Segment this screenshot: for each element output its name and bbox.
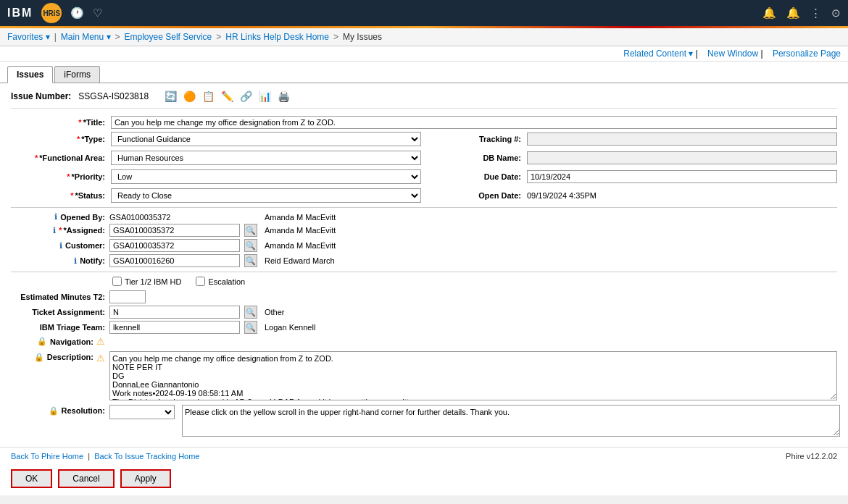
status-label: *Status:: [11, 191, 105, 200]
assigned-search-icon[interactable]: 🔍: [244, 224, 257, 237]
assigned-label: *Assigned:: [59, 226, 105, 235]
ticket-assignment-name: Other: [265, 308, 837, 316]
favorites-menu[interactable]: Favorites ▾: [7, 32, 50, 42]
footer-version: Phire v12.2.02: [786, 452, 837, 461]
header-icons: 🔄 🟠 📋 ✏️ 🔗 📊 🖨️: [163, 89, 291, 104]
open-date-value: 09/19/2024 4:35PM: [527, 191, 837, 200]
description-row: 🔒 Description: ⚠: [11, 351, 837, 400]
description-label: Description:: [47, 353, 93, 361]
breadcrumb-employee-self-service[interactable]: Employee Self Service: [125, 32, 212, 42]
main-menu[interactable]: Main Menu ▾: [61, 32, 111, 42]
power-icon[interactable]: ⊙: [831, 7, 841, 20]
tab-iforms[interactable]: iForms: [54, 66, 100, 83]
assigned-info-icon: ℹ: [53, 226, 56, 235]
more-menu-icon[interactable]: ⋮: [810, 7, 821, 20]
db-name-input: [527, 151, 837, 164]
type-select[interactable]: Functional Guidance: [111, 132, 421, 146]
estimated-input[interactable]: [109, 290, 146, 303]
assigned-input[interactable]: [109, 224, 240, 237]
print-icon[interactable]: 🖨️: [276, 89, 291, 104]
ibm-logo: IBM: [7, 7, 33, 20]
status-select[interactable]: Ready to Close: [111, 188, 421, 203]
alert-bell-icon[interactable]: 🔔: [786, 7, 800, 20]
related-content-link[interactable]: Related Content ▾: [623, 49, 693, 59]
assigned-name: Amanda M MacEvitt: [265, 226, 837, 235]
functional-area-label: *Functional Area:: [11, 154, 105, 162]
description-textarea[interactable]: [109, 351, 837, 400]
ibm-triage-input[interactable]: [109, 321, 240, 334]
notify-info-icon: ℹ: [74, 256, 77, 266]
navigation-warning-icon: ⚠: [96, 336, 105, 347]
resolution-lock-icon: 🔒: [49, 406, 59, 416]
tracking-input: [527, 133, 837, 146]
notify-input[interactable]: [109, 254, 240, 267]
notify-name: Reid Edward March: [265, 256, 837, 265]
issue-number-value: SSGSA-IS023818: [78, 91, 149, 101]
priority-select[interactable]: Low: [111, 169, 421, 184]
personalize-page-link[interactable]: Personalize Page: [773, 49, 841, 59]
customer-label: Customer:: [65, 241, 105, 250]
resolution-label: Resolution:: [62, 406, 106, 415]
main-content: Issues iForms Issue Number: SSGSA-IS0238…: [0, 62, 848, 495]
customer-info-icon: ℹ: [59, 241, 62, 251]
ticket-assignment-search-icon[interactable]: 🔍: [244, 306, 257, 319]
opened-by-name: Amanda M MacEvitt: [265, 213, 837, 222]
chart-icon[interactable]: 📊: [257, 89, 272, 104]
resolution-select[interactable]: [109, 405, 175, 419]
notify-search-icon[interactable]: 🔍: [244, 254, 257, 267]
customer-row: ℹ Customer: 🔍 Amanda M MacEvitt: [11, 239, 837, 252]
apply-button[interactable]: Apply: [120, 469, 171, 488]
breadcrumb-my-issues: My Issues: [343, 32, 382, 42]
escalation-checkbox[interactable]: [196, 277, 205, 286]
escalation-label: Escalation: [208, 277, 245, 286]
ibm-triage-search-icon[interactable]: 🔍: [244, 321, 257, 334]
top-nav-left: IBM HRiS 🕐 ♡: [7, 3, 102, 23]
top-nav-right: 🔔 🔔 ⋮ ⊙: [762, 7, 841, 20]
navigation-label: Navigation:: [50, 337, 93, 346]
favorites-icon[interactable]: ♡: [93, 7, 102, 20]
ticket-assignment-input[interactable]: [109, 306, 240, 319]
type-tracking-row: *Type: Functional Guidance Tracking #:: [11, 132, 837, 146]
history-icon[interactable]: 🕐: [70, 7, 84, 20]
ok-button[interactable]: OK: [11, 469, 52, 488]
escalation-checkbox-item: Escalation: [196, 277, 245, 286]
type-label: *Type:: [11, 135, 105, 143]
customer-input[interactable]: [109, 239, 240, 252]
notify-row: ℹ Notify: 🔍 Reid Edward March: [11, 254, 837, 267]
tabs-container: Issues iForms: [0, 62, 848, 83]
tab-issues[interactable]: Issues: [7, 66, 53, 83]
due-date-input[interactable]: [527, 170, 837, 183]
ibm-triage-row: IBM Triage Team: 🔍 Logan Kennell: [11, 321, 837, 334]
resolution-textarea[interactable]: [182, 405, 840, 437]
customer-search-icon[interactable]: 🔍: [244, 239, 257, 252]
title-label: *Title:: [11, 118, 105, 127]
functional-db-row: *Functional Area: Human Resources DB Nam…: [11, 151, 837, 165]
tier-checkbox[interactable]: [112, 277, 122, 286]
priority-label: *Priority:: [11, 172, 105, 181]
notify-label: Notify:: [80, 256, 105, 265]
edit-icon[interactable]: ✏️: [220, 89, 234, 104]
estimated-row: Estimated Minutes T2:: [11, 290, 837, 303]
hris-logo: HRiS: [41, 3, 62, 23]
ibm-triage-label: IBM Triage Team:: [40, 323, 105, 332]
title-input[interactable]: [111, 116, 837, 129]
title-row: *Title:: [11, 116, 837, 129]
refresh-icon[interactable]: 🔄: [163, 89, 178, 104]
buttons-row: OK Cancel Apply: [0, 465, 848, 495]
resolution-row: 🔒 Resolution:: [11, 405, 837, 437]
bell-icon[interactable]: 🔔: [762, 7, 776, 20]
back-to-tracking-link[interactable]: Back To Issue Tracking Home: [94, 452, 199, 461]
functional-area-select[interactable]: Human Resources: [111, 151, 421, 165]
navigation-row: 🔒 Navigation: ⚠: [11, 336, 837, 347]
breadcrumb-hr-links[interactable]: HR Links Help Desk Home: [225, 32, 329, 42]
link-icon[interactable]: 🔗: [238, 89, 253, 104]
orange-icon[interactable]: 🟠: [182, 89, 196, 104]
footer-links: Back To Phire Home | Back To Issue Track…: [0, 447, 848, 465]
ticket-assignment-label: Ticket Assignment:: [32, 308, 105, 316]
back-to-phire-link[interactable]: Back To Phire Home: [11, 452, 83, 461]
checkboxes-row: Tier 1/2 IBM HD Escalation: [11, 277, 837, 286]
new-window-link[interactable]: New Window: [707, 49, 758, 59]
clipboard-icon[interactable]: 📋: [201, 89, 215, 104]
customer-name: Amanda M MacEvitt: [265, 241, 837, 250]
cancel-button[interactable]: Cancel: [58, 469, 114, 488]
